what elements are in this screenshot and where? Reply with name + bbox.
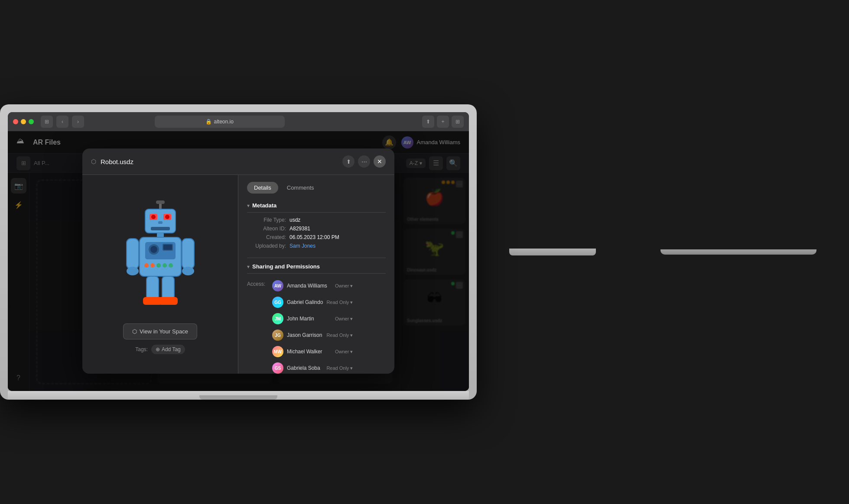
ar-icon: ⬡ (132, 328, 137, 335)
access-item-5: GS Gabriela Soba Read Only ▾ (272, 360, 353, 374)
browser-chrome: ⊞ ‹ › 🔒 alteon.io ⬆ + ⊞ (8, 112, 469, 131)
avatar-0: AW (272, 280, 283, 291)
macbook-bottom (8, 391, 469, 400)
modal-share-btn[interactable]: ⬆ (342, 155, 355, 168)
role-chevron-icon-5: ▾ (350, 365, 353, 371)
tags-row: Tags: ⊕ Add Tag (135, 345, 185, 354)
add-tag-label: Add Tag (162, 346, 181, 352)
svg-rect-26 (162, 276, 174, 300)
role-chevron-icon-1: ▾ (350, 300, 353, 305)
role-dropdown-4[interactable]: Owner ▾ (335, 349, 353, 355)
grid-btn[interactable]: ⊞ (452, 116, 464, 128)
tab-comments[interactable]: Comments (280, 182, 321, 194)
metadata-section-header: ▾ Metadata (247, 202, 386, 213)
file-detail-modal: ⬡ Robot.usdz ⬆ ⋯ ✕ (82, 149, 394, 374)
macbook-base (660, 249, 816, 255)
lock-icon: 🔒 (205, 119, 212, 125)
svg-rect-28 (159, 297, 178, 305)
modal-overlay[interactable]: ⬡ Robot.usdz ⬆ ⋯ ✕ (8, 131, 469, 391)
modal-header: ⬡ Robot.usdz ⬆ ⋯ ✕ (82, 149, 394, 175)
role-chevron-icon-3: ▾ (350, 333, 353, 338)
add-tag-btn[interactable]: ⊕ Add Tag (151, 345, 185, 354)
minimize-traffic-light[interactable] (21, 119, 26, 124)
role-dropdown-0[interactable]: Owner ▾ (335, 283, 353, 289)
user-name-2: John Martin (287, 316, 332, 322)
app-content: ⛰ AR Files 🔔 AW Amanda Williams ⊞ (8, 131, 469, 391)
macbook-notch (199, 395, 277, 400)
svg-rect-21 (127, 239, 139, 269)
role-dropdown-2[interactable]: Owner ▾ (335, 316, 353, 322)
tabs-row: Details Comments (247, 182, 386, 194)
role-chevron-icon-4: ▾ (350, 349, 353, 355)
svg-point-23 (127, 267, 139, 275)
sharing-section-header: ▾ Sharing and Permissions (247, 263, 386, 274)
sharing-section: ▾ Sharing and Permissions Access: AW Ama… (247, 263, 386, 374)
user-name-5: Gabriela Soba (287, 365, 323, 371)
modal-title-icon: ⬡ (91, 158, 96, 165)
macbook-shell: ⊞ ‹ › 🔒 alteon.io ⬆ + ⊞ ⛰ AR Files (0, 104, 477, 400)
role-chevron-icon-0: ▾ (350, 283, 353, 289)
tags-label: Tags: (135, 346, 148, 352)
svg-point-20 (169, 263, 173, 268)
address-bar[interactable]: 🔒 alteon.io (155, 116, 285, 128)
new-tab-btn[interactable]: + (437, 116, 449, 128)
svg-rect-22 (182, 239, 194, 269)
avatar-1: GG (272, 297, 283, 308)
tab-details[interactable]: Details (247, 182, 278, 194)
file-type-value: usdz (290, 217, 386, 223)
svg-point-16 (144, 263, 149, 268)
metadata-grid: File Type: usdz Alteon ID: A829381 Creat… (247, 217, 386, 249)
sharing-chevron-icon: ▾ (247, 264, 250, 270)
alteon-id-value: A829381 (290, 226, 386, 232)
svg-rect-1 (156, 200, 165, 204)
access-item-0: AW Amanda Williams Owner ▾ (272, 278, 353, 294)
file-type-label: File Type: (247, 217, 286, 223)
access-item-4: MW Michael Walker Owner ▾ (272, 344, 353, 359)
uploaded-label: Uploaded by: (247, 243, 286, 249)
avatar-4: MW (272, 346, 283, 357)
macbook-stand (509, 249, 596, 255)
role-dropdown-3[interactable]: Read Only ▾ (326, 333, 353, 338)
robot-illustration (121, 200, 199, 312)
user-name-1: Gabriel Galindo (287, 299, 323, 305)
access-label: Access: (247, 278, 269, 287)
created-value: 06.05.2023 12:00 PM (290, 234, 386, 240)
svg-rect-15 (163, 245, 172, 250)
share-btn[interactable]: ⬆ (422, 116, 434, 128)
fullscreen-traffic-light[interactable] (29, 119, 34, 124)
tab-switcher-btn[interactable]: ⊞ (41, 116, 53, 128)
separator (247, 258, 386, 258)
forward-btn[interactable]: › (72, 116, 84, 128)
modal-close-btn[interactable]: ✕ (374, 155, 386, 168)
access-item-2: JM John Martin Owner ▾ (272, 311, 353, 326)
access-item-3: JG Jason Garrison Read Only ▾ (272, 327, 353, 343)
modal-title: Robot.usdz (101, 158, 338, 165)
traffic-lights (13, 119, 34, 124)
back-btn[interactable]: ‹ (56, 116, 68, 128)
svg-rect-8 (151, 227, 170, 230)
svg-rect-7 (158, 221, 163, 224)
svg-rect-9 (157, 233, 164, 237)
role-dropdown-5[interactable]: Read Only ▾ (326, 365, 353, 371)
role-chevron-icon-2: ▾ (350, 316, 353, 322)
url-text: alteon.io (214, 119, 233, 125)
svg-point-24 (182, 267, 194, 275)
view-space-btn[interactable]: ⬡ View in Your Space (123, 323, 197, 339)
details-pane: Details Comments ▾ Metadata (238, 175, 394, 374)
user-name-4: Michael Walker (287, 349, 332, 355)
access-list: AW Amanda Williams Owner ▾ (272, 278, 353, 374)
access-container: Access: AW Amanda Williams Owner ▾ (247, 278, 386, 374)
user-name-3: Jason Garrison (287, 332, 323, 338)
robot-preview (113, 195, 208, 317)
modal-more-btn[interactable]: ⋯ (358, 155, 370, 168)
svg-point-18 (156, 263, 161, 268)
svg-point-17 (150, 263, 155, 268)
modal-body: ⬡ View in Your Space Tags: ⊕ Add Tag (82, 175, 394, 374)
close-traffic-light[interactable] (13, 119, 18, 124)
metadata-chevron-icon: ▾ (247, 203, 250, 209)
avatar-3: JG (272, 330, 283, 341)
svg-point-5 (151, 215, 156, 219)
role-dropdown-1[interactable]: Read Only ▾ (326, 300, 353, 305)
created-label: Created: (247, 234, 286, 240)
sharing-title: Sharing and Permissions (252, 263, 320, 270)
